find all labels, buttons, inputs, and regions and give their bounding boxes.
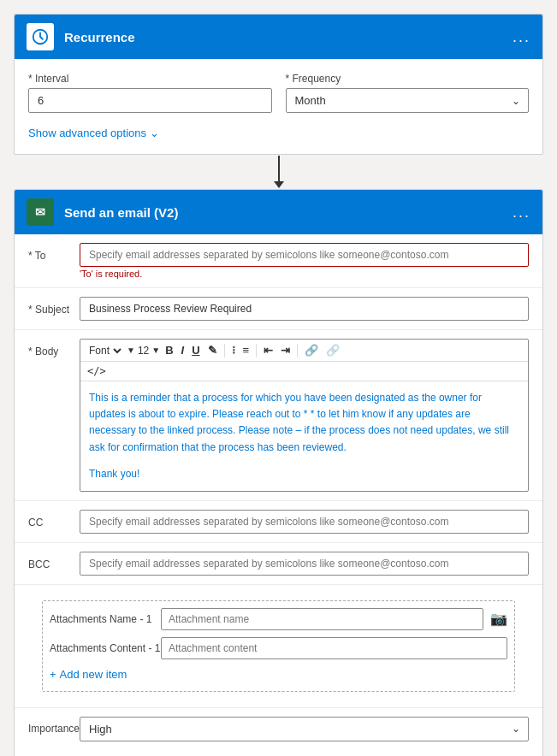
email-title: Send an email (V2) xyxy=(64,205,513,220)
subject-field-content xyxy=(80,297,529,321)
recurrence-icon xyxy=(27,23,54,50)
toolbar-separator-1 xyxy=(224,344,225,357)
email-header: ✉ Send an email (V2) ... xyxy=(15,190,542,234)
connector-line xyxy=(278,156,280,181)
indent-button[interactable]: ⇥ xyxy=(278,343,293,357)
cc-label: CC xyxy=(28,510,80,529)
interval-label: * Interval xyxy=(28,73,272,85)
bcc-row: BCC xyxy=(15,543,542,585)
link-button[interactable]: 🔗 xyxy=(302,343,321,357)
body-row: * Body Font ▼ 12 ▼ B I U ✎ xyxy=(15,330,542,501)
to-field-content: 'To' is required. xyxy=(80,243,529,279)
editor-toolbar: Font ▼ 12 ▼ B I U ✎ ⁝ ≡ ⇤ ⇥ xyxy=(80,340,528,362)
hide-advanced-button[interactable]: Hide advanced options ⌃ xyxy=(15,750,168,756)
body-field-content: Font ▼ 12 ▼ B I U ✎ ⁝ ≡ ⇤ ⇥ xyxy=(80,339,529,492)
cc-input[interactable] xyxy=(80,510,529,534)
unlink-button[interactable]: 🔗 xyxy=(323,343,342,357)
thank-you-text: Thank you! xyxy=(89,466,519,482)
plus-icon: + xyxy=(50,668,56,681)
unordered-list-button[interactable]: ⁝ xyxy=(229,343,238,357)
code-tag[interactable]: </> xyxy=(80,362,528,381)
recurrence-title: Recurrence xyxy=(64,30,513,44)
frequency-select-wrapper: Minute Hour Day Week Month Year ⌄ xyxy=(286,88,530,113)
size-chevron-icon: ▼ xyxy=(151,346,160,355)
connector-arrow xyxy=(274,181,284,188)
attachment-content-label: Attachments Content - 1 xyxy=(50,642,161,654)
body-text: This is a reminder that a process for wh… xyxy=(89,392,509,453)
bcc-field-content xyxy=(80,552,529,576)
attachment-name-label: Attachments Name - 1 xyxy=(50,613,161,625)
outdent-button[interactable]: ⇤ xyxy=(261,343,276,357)
importance-select-wrapper: Normal High Low ⌄ xyxy=(80,717,529,741)
subject-label: * Subject xyxy=(28,297,80,316)
email-icon: ✉ xyxy=(27,198,54,226)
add-item-label: Add new item xyxy=(60,668,127,681)
bcc-input[interactable] xyxy=(80,552,529,576)
body-editor: Font ▼ 12 ▼ B I U ✎ ⁝ ≡ ⇤ ⇥ xyxy=(80,339,529,492)
font-chevron-icon: ▼ xyxy=(127,346,135,355)
underline-button[interactable]: U xyxy=(189,343,202,357)
attachment-name-row: Attachments Name - 1 📷 xyxy=(50,608,507,630)
interval-group: * Interval xyxy=(28,73,272,113)
frequency-label: * Frequency xyxy=(286,73,530,85)
attachments-section: Attachments Name - 1 📷 Attachments Conte… xyxy=(42,600,515,692)
frequency-select[interactable]: Minute Hour Day Week Month Year xyxy=(286,88,530,113)
interval-input[interactable] xyxy=(28,88,272,113)
attachments-wrapper: Attachments Name - 1 📷 Attachments Conte… xyxy=(15,585,542,707)
cc-row: CC xyxy=(15,501,542,543)
subject-row: * Subject xyxy=(15,288,542,330)
recurrence-more-button[interactable]: ... xyxy=(513,28,530,46)
frequency-group: * Frequency Minute Hour Day Week Month Y… xyxy=(286,73,530,113)
to-input[interactable] xyxy=(80,243,529,267)
show-advanced-button[interactable]: Show advanced options ⌄ xyxy=(28,127,159,139)
pen-button[interactable]: ✎ xyxy=(205,343,220,357)
email-card: ✉ Send an email (V2) ... * To 'To' is re… xyxy=(14,189,543,756)
recurrence-body: * Interval * Frequency Minute Hour Day W… xyxy=(15,59,542,154)
attachment-name-input[interactable] xyxy=(161,608,483,630)
italic-button[interactable]: I xyxy=(179,343,187,357)
to-label: * To xyxy=(28,243,80,262)
toolbar-separator-3 xyxy=(297,344,298,357)
connector xyxy=(14,155,543,189)
bold-button[interactable]: B xyxy=(163,343,175,357)
body-content[interactable]: This is a reminder that a process for wh… xyxy=(80,381,528,491)
to-error: 'To' is required. xyxy=(80,269,529,279)
to-row: * To 'To' is required. xyxy=(15,234,542,288)
attachment-content-row: Attachments Content - 1 xyxy=(50,637,507,659)
add-item-button[interactable]: + Add new item xyxy=(50,664,127,684)
importance-label: Importance xyxy=(28,723,80,735)
importance-select[interactable]: Normal High Low xyxy=(80,717,529,741)
ordered-list-button[interactable]: ≡ xyxy=(240,343,252,357)
importance-row: Importance Normal High Low ⌄ xyxy=(15,707,542,750)
body-label: * Body xyxy=(28,339,80,357)
chevron-down-icon: ⌄ xyxy=(150,127,159,139)
toolbar-separator-2 xyxy=(256,344,257,357)
font-select[interactable]: Font xyxy=(86,344,124,357)
cc-field-content xyxy=(80,510,529,534)
recurrence-card: Recurrence ... * Interval * Frequency Mi… xyxy=(14,14,543,155)
recurrence-header: Recurrence ... xyxy=(15,15,542,59)
subject-input[interactable] xyxy=(80,297,529,321)
font-size-display: 12 xyxy=(138,345,149,357)
outlook-logo: ✉ xyxy=(35,205,45,219)
attachment-content-input[interactable] xyxy=(161,637,507,659)
attachment-delete-icon[interactable]: 📷 xyxy=(490,611,507,627)
email-more-button[interactable]: ... xyxy=(513,204,530,221)
bcc-label: BCC xyxy=(28,552,80,570)
interval-frequency-row: * Interval * Frequency Minute Hour Day W… xyxy=(28,73,529,113)
email-form: * To 'To' is required. * Subject * Body … xyxy=(15,234,542,756)
